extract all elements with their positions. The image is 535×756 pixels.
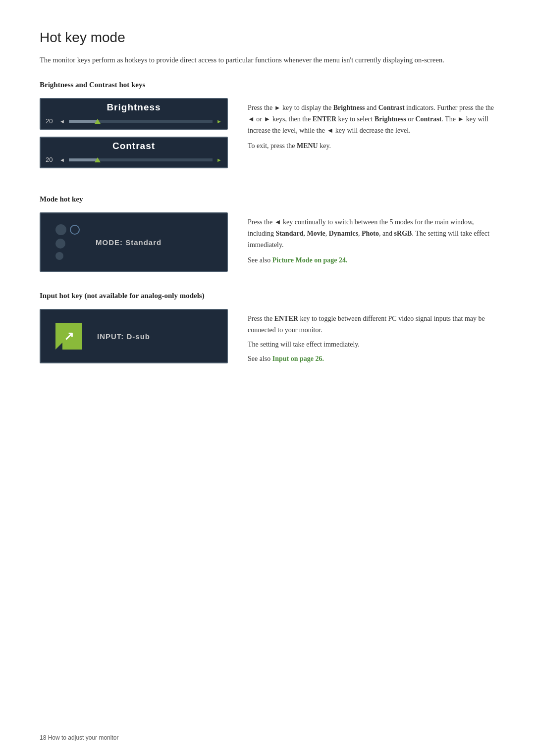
contrast-value: 20 — [46, 156, 56, 163]
brightness-right-arrow: ► — [216, 118, 222, 124]
brightness-value: 20 — [46, 117, 56, 125]
mode-see-also: See also Picture Mode on page 24. — [248, 254, 495, 266]
menu-key-bold: MENU — [297, 142, 318, 150]
brightness-bold2: Brightness — [374, 115, 406, 123]
input-link-prefix: See also — [248, 355, 272, 362]
contrast-track[interactable] — [69, 158, 213, 161]
brightness-slider-row: 20 ◄ ► — [41, 115, 227, 129]
page-title: Hot key mode — [40, 30, 495, 46]
brightness-thumb — [95, 119, 101, 124]
brightness-contrast-layout: Brightness 20 ◄ ► Contra — [40, 98, 495, 175]
contrast-thumb — [95, 157, 101, 162]
mode-dot-3 — [55, 239, 65, 249]
mode-widget-col: MODE: Standard — [40, 212, 228, 272]
mode-link-prefix: See also — [248, 256, 272, 264]
contrast-right-arrow: ► — [216, 157, 222, 163]
input-icon-box: ↗ — [55, 323, 82, 350]
input-effect-text: The setting will take effect immediately… — [248, 339, 495, 350]
input-arrow-icon: ↗ — [64, 330, 74, 342]
contrast-widget: Contrast 20 ◄ ► — [40, 137, 228, 168]
mode-layout: MODE: Standard Press the ◄ key continual… — [40, 212, 495, 272]
input-description: Press the ENTER key to toggle between di… — [248, 309, 495, 364]
mode-description: Press the ◄ key continually to switch be… — [248, 212, 495, 266]
mode-dots-group — [55, 224, 81, 260]
mode-widget: MODE: Standard — [40, 212, 228, 272]
contrast-label-row: Contrast — [41, 138, 227, 153]
input-widget-col: ↗ INPUT: D-sub — [40, 309, 228, 363]
mode-spacer — [70, 240, 78, 248]
contrast-slider-row: 20 ◄ ► — [41, 153, 227, 167]
bc-exit-text: To exit, press the MENU key. — [248, 140, 495, 151]
contrast-bold2: Contrast — [415, 115, 441, 123]
contrast-left-arrow: ◄ — [59, 157, 65, 163]
input-see-also: See also Input on page 26. — [248, 353, 495, 364]
intro-text: The monitor keys perform as hotkeys to p… — [40, 54, 466, 66]
brightness-contrast-section: Brightness and Contrast hot keys Brightn… — [40, 81, 495, 175]
brightness-bold: Brightness — [333, 104, 365, 111]
mode-dot-1 — [55, 224, 66, 235]
photo-bold: Photo — [362, 230, 379, 237]
contrast-fill — [69, 158, 98, 161]
brightness-fill — [69, 120, 98, 123]
bc-description-text: Press the ► key to display the Brightnes… — [248, 102, 495, 136]
contrast-label: Contrast — [112, 141, 155, 151]
page-footer: 18 How to adjust your monitor — [40, 734, 118, 741]
brightness-widget: Brightness 20 ◄ ► — [40, 98, 228, 130]
mode-dot-2 — [70, 225, 80, 235]
movie-bold: Movie — [307, 230, 325, 237]
input-description-text: Press the ENTER key to toggle between di… — [248, 313, 495, 336]
right-arrow-icon3: ► — [457, 115, 464, 123]
mode-link[interactable]: Picture Mode on page 24. — [272, 256, 348, 264]
enter-key-bold2: ENTER — [274, 315, 298, 322]
input-layout: ↗ INPUT: D-sub Press the ENTER key to to… — [40, 309, 495, 364]
left-arrow-mode-icon: ◄ — [274, 218, 281, 226]
brightness-contrast-heading: Brightness and Contrast hot keys — [40, 81, 495, 89]
brightness-track[interactable] — [69, 120, 213, 123]
mode-section: Mode hot key MODE: Standard Press the — [40, 195, 495, 272]
input-heading: Input hot key (not available for analog-… — [40, 292, 495, 300]
mode-dot-4 — [55, 252, 63, 260]
bc-widgets-col: Brightness 20 ◄ ► Contra — [40, 98, 228, 175]
bc-description: Press the ► key to display the Brightnes… — [248, 98, 495, 151]
right-arrow-icon2: ► — [264, 115, 271, 123]
brightness-left-arrow: ◄ — [59, 118, 65, 124]
contrast-bold: Contrast — [378, 104, 405, 111]
enter-key-bold: ENTER — [313, 115, 336, 123]
input-icon-corner — [55, 343, 62, 350]
standard-bold: Standard — [275, 230, 303, 237]
mode-description-text: Press the ◄ key continually to switch be… — [248, 216, 495, 251]
left-arrow-icon2: ◄ — [326, 127, 333, 134]
page-container: Hot key mode The monitor keys perform as… — [0, 0, 535, 424]
right-arrow-key-icon: ► — [274, 104, 281, 111]
input-link[interactable]: Input on page 26. — [272, 355, 324, 362]
dynamics-bold: Dynamics — [329, 230, 358, 237]
input-section: Input hot key (not available for analog-… — [40, 292, 495, 364]
brightness-label-row: Brightness — [41, 99, 227, 115]
brightness-label: Brightness — [107, 102, 160, 112]
left-arrow-icon: ◄ — [248, 115, 255, 123]
input-label: INPUT: D-sub — [97, 332, 150, 341]
mode-label: MODE: Standard — [96, 238, 161, 247]
input-widget: ↗ INPUT: D-sub — [40, 309, 228, 363]
mode-heading: Mode hot key — [40, 195, 495, 203]
srgb-bold: sRGB — [394, 230, 412, 237]
